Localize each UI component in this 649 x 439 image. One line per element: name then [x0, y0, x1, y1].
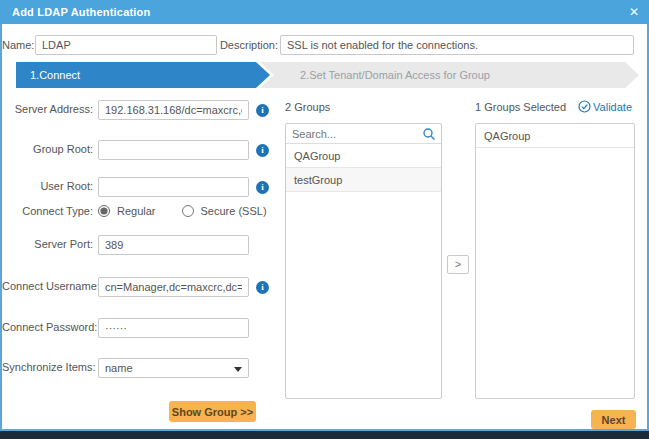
list-item[interactable]: QAGroup — [476, 124, 634, 148]
close-icon[interactable]: ✕ — [629, 0, 639, 24]
user-root-label: User Root: — [2, 177, 93, 196]
server-address-info-icon[interactable]: i — [256, 104, 269, 117]
validate-check-icon — [578, 100, 591, 113]
server-port-input[interactable] — [98, 235, 249, 255]
dialog-footer-bar — [0, 431, 649, 439]
synchronize-items-label: Synchronize Items: — [2, 358, 93, 377]
list-item[interactable]: testGroup — [286, 168, 441, 192]
user-root-input[interactable] — [98, 177, 249, 197]
dialog-title: Add LDAP Authentication — [0, 6, 150, 18]
connect-type-ssl-label: Secure (SSL) — [201, 205, 267, 217]
groups-count-label: 2 Groups — [285, 101, 330, 113]
group-root-info-icon[interactable]: i — [256, 144, 269, 157]
name-input[interactable] — [35, 35, 217, 55]
connect-type-label: Connect Type: — [2, 204, 93, 218]
user-root-info-icon[interactable]: i — [256, 181, 269, 194]
connect-username-input[interactable] — [98, 277, 249, 297]
synchronize-items-select[interactable]: name — [98, 358, 249, 378]
connect-username-info-icon[interactable]: i — [256, 281, 269, 294]
search-icon[interactable] — [422, 127, 436, 143]
dialog-titlebar: Add LDAP Authentication ✕ — [0, 0, 649, 24]
connect-type-regular-radio[interactable] — [98, 205, 110, 217]
show-group-button[interactable]: Show Group >> — [169, 401, 256, 422]
add-ldap-authentication-dialog: Add LDAP Authentication ✕ Name: Descript… — [0, 0, 649, 439]
groups-search-input[interactable] — [286, 124, 441, 143]
step-tab-connect[interactable]: 1.Connect — [16, 62, 270, 88]
description-label: Description: — [218, 36, 278, 55]
synchronize-items-value: name — [99, 362, 133, 374]
groups-selected-label: 1 Groups Selected — [475, 101, 566, 113]
dialog-body: Name: Description: 1.Connect 2.Set Tenan… — [0, 24, 649, 431]
group-root-label: Group Root: — [2, 140, 93, 159]
server-address-input[interactable] — [98, 100, 249, 120]
connect-type-regular-label: Regular — [117, 205, 156, 217]
chevron-down-icon — [234, 367, 242, 372]
server-port-label: Server Port: — [2, 235, 93, 254]
step-connect-label: 1.Connect — [30, 69, 80, 81]
validate-link[interactable]: Validate — [578, 100, 632, 113]
server-address-label: Server Address: — [2, 100, 93, 119]
connect-type-ssl-radio[interactable] — [182, 205, 194, 217]
connect-password-input[interactable] — [98, 318, 249, 338]
connect-username-label: Connect Username: — [2, 277, 93, 296]
validate-label: Validate — [593, 101, 632, 113]
group-root-input[interactable] — [98, 140, 249, 160]
connect-password-label: Connect Password: — [2, 318, 93, 337]
selected-groups-listbox: QAGroup — [475, 123, 635, 399]
groups-search — [286, 124, 441, 144]
groups-listbox: QAGroup testGroup — [285, 123, 442, 399]
name-label: Name: — [2, 36, 32, 55]
next-button[interactable]: Next — [591, 410, 636, 429]
list-item[interactable]: QAGroup — [286, 144, 441, 168]
step-tab-tenant-domain-access[interactable]: 2.Set Tenant/Domain Access for Group — [260, 62, 639, 88]
move-right-button[interactable]: > — [447, 255, 469, 274]
step-tenant-label: 2.Set Tenant/Domain Access for Group — [300, 69, 490, 81]
description-input[interactable] — [280, 35, 634, 55]
